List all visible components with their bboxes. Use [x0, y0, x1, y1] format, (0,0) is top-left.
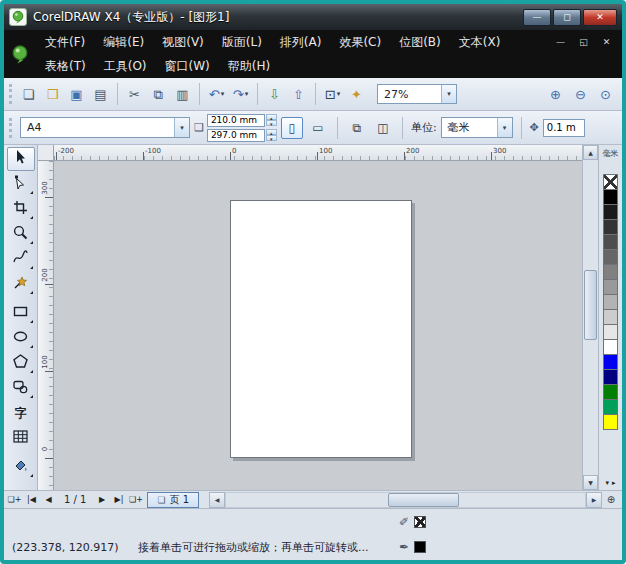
print-button[interactable]: ▤: [89, 82, 112, 106]
no-color-swatch[interactable]: [603, 174, 618, 190]
color-swatch[interactable]: [603, 294, 618, 310]
color-swatch[interactable]: [603, 249, 618, 265]
page-height-spinner[interactable]: ▴▾: [266, 129, 277, 141]
chevron-down-icon[interactable]: ▾: [497, 118, 512, 137]
paper-size-combo[interactable]: A4 ▾: [20, 117, 190, 138]
export-button[interactable]: ⇧: [287, 82, 310, 106]
color-swatch[interactable]: [603, 189, 618, 205]
table-tool[interactable]: [7, 426, 35, 450]
zoom-out-button[interactable]: ⊖: [569, 82, 592, 106]
v-scroll-track[interactable]: [583, 160, 598, 475]
canvas[interactable]: [54, 161, 582, 490]
smart-fill-tool[interactable]: [7, 272, 35, 296]
shape-tool[interactable]: [7, 172, 35, 196]
open-button[interactable]: ❒: [41, 82, 64, 106]
menu-edit[interactable]: 编辑(E): [94, 30, 153, 54]
menu-arrange[interactable]: 排列(A): [271, 30, 331, 54]
add-page-start-button[interactable]: ❏+: [6, 492, 23, 508]
titlebar[interactable]: CorelDRAW X4（专业版）- [图形1] — ◻ ✕: [4, 4, 622, 30]
zoom-level-combo[interactable]: 27% ▾: [377, 84, 457, 104]
text-tool[interactable]: 字: [7, 401, 35, 425]
landscape-button[interactable]: ▭: [307, 117, 329, 139]
color-swatch[interactable]: [603, 384, 618, 400]
chevron-down-icon[interactable]: ▾: [174, 118, 189, 137]
menu-table[interactable]: 表格(T): [36, 54, 95, 78]
menu-window[interactable]: 窗口(W): [156, 54, 219, 78]
menu-bitmaps[interactable]: 位图(B): [390, 30, 450, 54]
first-page-button[interactable]: |◀: [23, 492, 40, 508]
current-page-button[interactable]: ◫: [372, 117, 394, 139]
fill-indicator[interactable]: ✐: [399, 515, 426, 529]
page-width-input[interactable]: [207, 114, 265, 127]
portrait-button[interactable]: ▯: [281, 117, 303, 139]
maximize-button[interactable]: ◻: [553, 9, 581, 26]
color-swatch[interactable]: [603, 219, 618, 235]
ellipse-tool[interactable]: [7, 326, 35, 350]
page-width-spinner[interactable]: ▴▾: [266, 114, 277, 126]
last-page-button[interactable]: ▶|: [110, 492, 127, 508]
crop-tool[interactable]: [7, 197, 35, 221]
menu-layout[interactable]: 版面(L): [213, 30, 271, 54]
doc-minimize-button[interactable]: —: [553, 36, 568, 49]
property-bar-grip[interactable]: [9, 118, 12, 138]
chevron-down-icon[interactable]: ▾: [441, 85, 456, 103]
application-launcher-button[interactable]: ⊡▾: [321, 82, 344, 106]
color-swatch[interactable]: [603, 354, 618, 370]
page-height-input[interactable]: [207, 129, 265, 142]
color-swatch[interactable]: [603, 339, 618, 355]
undo-button[interactable]: ↶▾: [205, 82, 228, 106]
color-swatch[interactable]: [603, 264, 618, 280]
next-page-button[interactable]: ▶: [93, 492, 110, 508]
zoom-to-page-button[interactable]: ⊙: [594, 82, 617, 106]
horizontal-ruler[interactable]: -200-1000100200300: [54, 145, 582, 161]
menu-view[interactable]: 视图(V): [153, 30, 213, 54]
vertical-scrollbar[interactable]: ▲ ▼: [582, 145, 598, 490]
outline-indicator[interactable]: ✒: [399, 540, 426, 554]
add-page-end-button[interactable]: ❏+: [127, 492, 144, 508]
horizontal-scrollbar[interactable]: ◀ ▶: [209, 492, 602, 508]
nudge-input[interactable]: [543, 119, 585, 137]
color-swatch[interactable]: [603, 234, 618, 250]
polygon-tool[interactable]: [7, 351, 35, 375]
cut-button[interactable]: ✂: [123, 82, 146, 106]
color-swatch[interactable]: [603, 414, 618, 430]
color-swatch[interactable]: [603, 309, 618, 325]
zoom-in-button[interactable]: ⊕: [544, 82, 567, 106]
palette-scroll-down-button[interactable]: ▾: [605, 479, 609, 487]
spin-down-icon[interactable]: ▾: [266, 120, 277, 126]
h-scroll-track[interactable]: [225, 492, 586, 508]
copy-button[interactable]: ⧉: [147, 82, 170, 106]
menu-effects[interactable]: 效果(C): [330, 30, 390, 54]
color-swatch[interactable]: [603, 279, 618, 295]
all-pages-button[interactable]: ⧉: [346, 117, 368, 139]
h-scroll-thumb[interactable]: [388, 493, 460, 507]
basic-shapes-tool[interactable]: [7, 376, 35, 400]
menu-text[interactable]: 文本(X): [450, 30, 510, 54]
palette-flyout-button[interactable]: ▸: [612, 479, 616, 487]
zoom-tool[interactable]: [7, 222, 35, 246]
menu-tools[interactable]: 工具(O): [95, 54, 156, 78]
close-button[interactable]: ✕: [583, 9, 617, 26]
color-swatch[interactable]: [603, 369, 618, 385]
doc-restore-button[interactable]: ◱: [576, 36, 591, 49]
color-swatch[interactable]: [603, 399, 618, 415]
rectangle-tool[interactable]: [7, 301, 35, 325]
save-button[interactable]: ▣: [65, 82, 88, 106]
view-navigator-button[interactable]: ⊕: [602, 492, 620, 508]
v-scroll-thumb[interactable]: [584, 270, 597, 339]
new-document-button[interactable]: ❏: [17, 82, 40, 106]
color-swatch[interactable]: [603, 204, 618, 220]
redo-button[interactable]: ↷▾: [229, 82, 252, 106]
drawing-page[interactable]: [230, 200, 412, 458]
doc-close-button[interactable]: ✕: [599, 36, 614, 49]
interactive-fill-tool[interactable]: [7, 455, 35, 479]
import-button[interactable]: ⇩: [263, 82, 286, 106]
vertical-ruler[interactable]: 3002001000: [38, 161, 54, 490]
scroll-right-button[interactable]: ▶: [586, 492, 602, 508]
units-combo[interactable]: 毫米 ▾: [441, 117, 513, 138]
previous-page-button[interactable]: ◀: [40, 492, 57, 508]
welcome-screen-button[interactable]: ✦: [345, 82, 368, 106]
pick-tool[interactable]: [7, 147, 35, 171]
scroll-down-button[interactable]: ▼: [583, 475, 598, 490]
freehand-tool[interactable]: [7, 247, 35, 271]
